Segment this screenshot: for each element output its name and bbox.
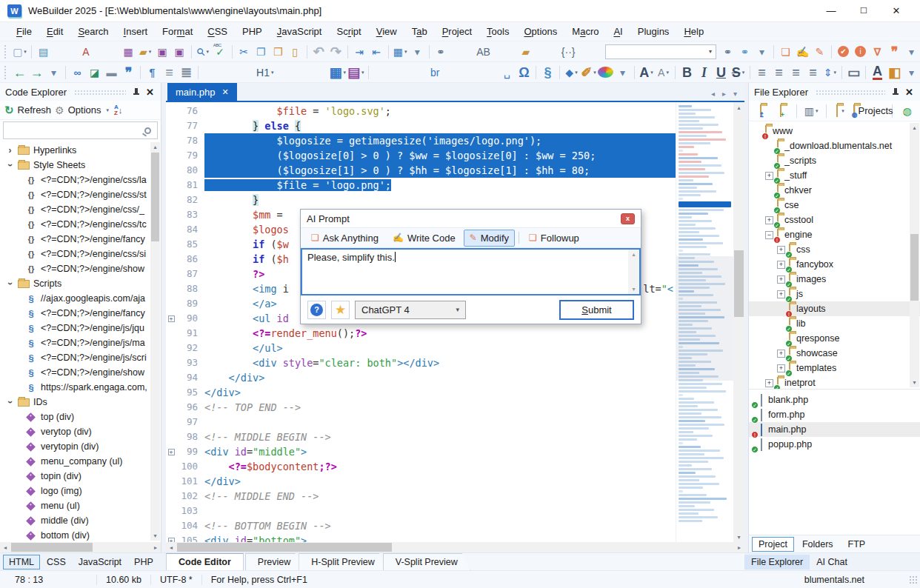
search-term-combobox[interactable]: ▾ [605,44,716,59]
insert-nbsp-button[interactable]: ␣ [499,64,515,81]
file-item-main-php[interactable]: !main.php [749,422,920,437]
expander-icon[interactable]: › [5,398,16,407]
code-line-76[interactable]: 76 $file = 'logo.svg'; [166,104,676,118]
code-line-105[interactable]: +105<div id="bottom"> [166,533,676,542]
menu-item-view[interactable]: View [369,26,404,37]
scroll-tabs-right-icon[interactable]: ▸ [722,90,726,98]
tree-item-cdn-engine-css-tc[interactable]: {}<?=CDN;?>/engine/css/tc [0,217,161,232]
indent-button[interactable]: ⇥ [352,44,367,60]
fx-tree-item-layouts[interactable]: !layouts [749,301,920,316]
ai-chat-button[interactable]: ❞ [887,44,902,60]
file-item-form-php[interactable]: ✓form.php [749,407,920,422]
maximize-button[interactable]: ☐ [847,1,880,21]
editor-vertical-scrollbar[interactable]: ▴ ▾ [733,102,744,542]
favorite-button[interactable]: ★ [331,301,350,319]
refresh-icon[interactable]: ↻ [4,104,14,117]
menu-item-script[interactable]: Script [329,26,368,37]
open-code-document-button[interactable]: ▤ [36,44,51,60]
new-document-button[interactable]: ▢▾ [12,44,27,60]
tree-item-verytopin-div[interactable]: verytopin (div) [0,439,161,454]
find-in-files-button[interactable]: ⚭ [433,44,449,60]
navigate-back-button[interactable]: ← [12,64,27,81]
tree-group-style-sheets[interactable]: ›Style Sheets [0,158,161,173]
line-spacing-button[interactable]: ⇕▾ [822,64,838,81]
expand-toggle-icon[interactable]: − [765,231,773,239]
outdent-button[interactable]: ⇤ [369,44,384,60]
menu-item-tools[interactable]: Tools [479,26,516,37]
tree-item-logo-img[interactable]: logo (img) [0,484,161,498]
find-next-button[interactable]: ⚭ [720,44,736,60]
tree-item-menu-company-ul[interactable]: menu_company (ul) [0,454,161,469]
menu-item-options[interactable]: Options [516,26,564,37]
dropdown-icon[interactable]: ▾ [816,108,819,114]
fx-tree-item-templates[interactable]: +✓templates [749,361,920,375]
font-color-button[interactable]: A [870,64,885,81]
find-in-folder-button[interactable]: ▰ [518,44,533,60]
insert-image-button[interactable]: ◪ [87,64,102,81]
fx-tree-item-www[interactable]: !www [749,124,920,138]
tab-list-dropdown-icon[interactable]: ▾ [733,90,737,98]
code-line-102[interactable]: 102<!-- MIDDLE END --> [166,489,676,504]
code-line-91[interactable]: 91 <?=render_menu();?> [166,326,676,341]
dialog-close-button[interactable]: x [621,213,635,224]
undo-button[interactable]: ↶ [311,44,327,60]
fx-tree-item-showcase[interactable]: +✓showcase [749,346,920,361]
dropdown-icon[interactable]: ▾ [575,70,578,76]
special-character-button[interactable]: Ω [516,64,532,81]
insert-table-button[interactable]: ▦▾ [329,64,346,81]
menu-item-php[interactable]: PHP [235,26,270,37]
paste-button[interactable]: ❒ [270,44,286,60]
menu-item-file[interactable]: File [9,26,39,37]
expand-toggle-icon[interactable]: + [777,364,785,372]
tab-h-split-preview[interactable]: H-Split Preview [299,553,387,570]
code-braces-button[interactable]: {··} [535,44,601,60]
ai-tab-write-code[interactable]: ✍Write Code [387,230,461,247]
tree-item-verytop-div[interactable]: verytop (div) [0,424,161,439]
menu-item-edit[interactable]: Edit [39,26,70,37]
new-php-document-button[interactable]: ▦ [121,44,136,60]
view-style-button[interactable]: ▥▾ [804,103,819,119]
ai-prompt-button[interactable]: ❏ [778,44,793,60]
tree-item-topin-div[interactable]: topin (div) [0,469,161,484]
ai-explain-button[interactable]: i [853,44,868,60]
menu-item-search[interactable]: Search [70,26,116,37]
dropdown-icon[interactable]: ▾ [271,70,274,76]
code-line-98[interactable]: 98<!-- MIDDLE BEGIN --> [166,430,676,444]
tab-html[interactable]: HTML [3,555,40,569]
fill-color-button[interactable]: ◧ [887,64,902,81]
tree-item-cdn-engine-fancy[interactable]: {}<?=CDN;?>/engine/fancy [0,232,161,247]
expand-toggle-icon[interactable]: + [765,172,773,180]
menu-item-plugins[interactable]: Plugins [630,26,677,37]
dropdown-icon[interactable]: ▾ [149,49,152,55]
expander-icon[interactable]: › [6,145,14,156]
bold-button[interactable]: B [679,64,695,81]
menu-item-tab[interactable]: Tab [404,26,435,37]
ai-proofread-button[interactable]: ✔ [836,44,851,60]
tab-folders[interactable]: Folders [796,537,840,552]
paragraph-marks-button[interactable]: ¶ [144,64,160,81]
ai-tab-ask-anything[interactable]: ❏Ask Anything [305,230,384,247]
file-item-blank-php[interactable]: ✓blank.php [749,392,920,407]
heading-button[interactable]: H1▾ [202,64,327,81]
tab-preview[interactable]: Preview [245,553,303,570]
insert-link-button[interactable]: ∞ [70,64,85,81]
new-html-document-button[interactable]: A [53,44,119,60]
tab-file-explorer[interactable]: File Explorer [744,555,810,569]
options-button[interactable]: Options [68,104,101,116]
fx-tree-item-cse[interactable]: ✓cse [749,198,920,213]
expand-toggle-icon[interactable]: + [765,379,773,387]
expand-toggle-icon[interactable]: + [777,261,785,269]
menu-item-help[interactable]: Help [676,26,711,37]
search-input[interactable] [4,123,144,138]
menu-item-ai[interactable]: AI [606,26,630,37]
expander-icon[interactable]: › [5,161,16,170]
spell-check-button[interactable]: ✓ABC [213,44,228,60]
fold-toggle-icon[interactable]: + [168,449,175,455]
toolbar-overflow-5-button[interactable]: ▾ [615,64,630,81]
dropdown-icon[interactable]: ▾ [24,49,27,55]
toolbar-overflow-4-button[interactable]: ▾ [46,64,61,81]
fx-tree-item-lib[interactable]: ✓lib [749,316,920,331]
tree-group-ids[interactable]: ›IDs [0,395,161,410]
expander-icon[interactable]: › [5,280,16,288]
code-line-93[interactable]: 93 <div style="clear: both"></div> [166,355,676,370]
